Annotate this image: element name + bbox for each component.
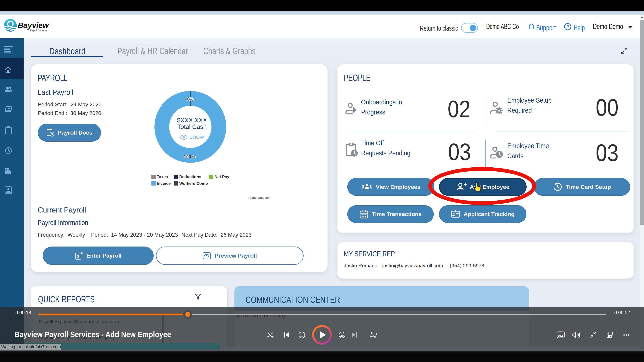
svg-text:?: ?: [566, 24, 569, 29]
svg-text:10: 10: [300, 334, 304, 338]
svg-text:Bayview: Bayview: [18, 21, 49, 30]
svg-text:$: $: [51, 133, 53, 136]
svg-text:$: $: [77, 254, 80, 259]
svg-text:Payroll Services: Payroll Services: [30, 29, 47, 32]
svg-text:30: 30: [340, 334, 344, 338]
